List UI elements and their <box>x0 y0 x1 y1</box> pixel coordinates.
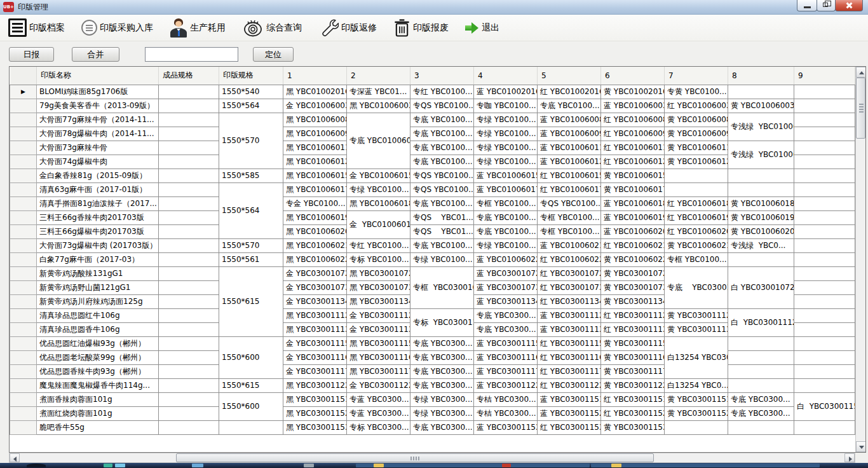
cell[interactable] <box>794 224 855 238</box>
scroll-down-button[interactable] <box>856 441 866 452</box>
cell[interactable]: 黑 YBC01006018 <box>347 196 410 210</box>
row-selector[interactable] <box>10 113 37 127</box>
cell[interactable]: 专标 YBC03001112 <box>410 308 474 336</box>
cell[interactable] <box>794 196 855 210</box>
cell[interactable]: 黄 YBC03001134 <box>601 294 665 308</box>
cell[interactable]: 白 YBC03001151 <box>794 392 855 420</box>
plate-name-cell[interactable]: 三料王66g爆椒牛肉201703版 <box>37 224 159 238</box>
row-selector[interactable] <box>10 420 37 434</box>
cell[interactable]: 红 YBC01006015 <box>538 169 601 182</box>
cell[interactable]: 黑 YBC03001073 <box>347 280 410 294</box>
row-selector[interactable] <box>10 308 37 322</box>
cell[interactable]: 红 YBC01006020 <box>665 224 728 238</box>
cell[interactable]: 红 YBC03001122 <box>538 378 601 392</box>
cell[interactable]: 黑 YBC03001151 <box>283 392 347 406</box>
cell[interactable]: 红 YBC01006011 <box>601 141 665 155</box>
cell[interactable]: 黑 YBC03001134 <box>347 294 410 308</box>
plate-name-cell[interactable]: 大骨面78g爆椒牛肉（2014-11... <box>37 127 159 141</box>
cell[interactable]: 专QS YBC0100... <box>410 182 474 196</box>
cell[interactable]: 1550*600 <box>219 392 283 420</box>
cell[interactable]: 蓝 YBC01006021 <box>538 238 601 252</box>
cell[interactable]: 专金 YBC0100... <box>283 196 347 210</box>
cell[interactable]: 黑 YBC03001112 <box>283 308 347 322</box>
taskbar-icon[interactable] <box>502 464 511 467</box>
plate-name-cell[interactable]: 优品思圆红油爆椒93g（郴州） <box>37 336 159 350</box>
cell[interactable]: 红 YBC03001117 <box>538 364 601 378</box>
cell[interactable] <box>794 127 855 141</box>
cell[interactable]: 专绿 YBC0100... <box>474 127 538 141</box>
cell[interactable] <box>159 266 219 280</box>
cell[interactable] <box>159 113 219 127</box>
minimize-button[interactable] <box>797 0 817 11</box>
cell[interactable]: 红 YBC01006018 <box>665 196 728 210</box>
row-selector[interactable] <box>10 350 37 364</box>
cell[interactable]: 专绿 YBC0100... <box>474 238 538 252</box>
cell[interactable]: 黑 YBC01006015 <box>283 169 347 182</box>
cell[interactable]: 专底 YBC0100... <box>410 141 474 155</box>
cell[interactable]: 专底 YBC0100... <box>474 210 538 224</box>
cell[interactable] <box>159 364 219 378</box>
cell[interactable]: 1550*570 <box>219 113 283 169</box>
cell[interactable]: 金 YBC01006003 <box>283 99 347 113</box>
cell[interactable] <box>794 113 855 127</box>
cell[interactable] <box>728 336 794 350</box>
cell[interactable]: 专底 YBC0100... <box>410 113 474 127</box>
merge-button[interactable]: 合并 <box>72 47 119 62</box>
cell[interactable] <box>728 182 794 196</box>
cell[interactable]: 红 YBC03001112 <box>601 308 665 322</box>
plate-name-cell[interactable]: 大骨面77g麻辣牛骨（2014-11... <box>37 113 159 127</box>
restore-button[interactable] <box>817 0 836 11</box>
cell[interactable]: 金 YBC03001122 <box>347 378 410 392</box>
taskbar-window-button[interactable] <box>591 464 820 467</box>
scroll-left-button[interactable] <box>10 453 20 462</box>
plate-name-cell[interactable]: 大骨面73g爆椒牛肉 (201703版） <box>37 238 159 252</box>
cell[interactable] <box>159 392 219 406</box>
cell[interactable]: 1550*561 <box>219 252 283 266</box>
plate-name-cell[interactable]: 金白象香辣81g（2015-09版） <box>37 169 159 182</box>
cell[interactable]: 黄 YBC01006008 <box>665 113 728 127</box>
cell[interactable]: 金 YBC03001116 <box>283 350 347 364</box>
cell[interactable]: 专QS YBC01... <box>410 210 474 224</box>
cell[interactable]: 金 YBC03001115 <box>283 336 347 350</box>
row-selector-header[interactable] <box>10 67 37 85</box>
cell[interactable]: 黑 YBC01006020 <box>283 224 347 238</box>
row-selector[interactable] <box>10 252 37 266</box>
vertical-scrollbar[interactable] <box>855 67 865 452</box>
row-selector[interactable] <box>10 224 37 238</box>
cell[interactable]: 专浅绿 YBC01006 <box>728 141 794 169</box>
column-header[interactable]: 印版规格 <box>219 67 283 85</box>
cell[interactable]: 黄 YBC03001112 <box>665 308 728 322</box>
column-header[interactable]: 7 <box>665 67 728 85</box>
cell[interactable] <box>728 364 794 378</box>
row-selector[interactable] <box>10 210 37 224</box>
cell[interactable]: 蓝 YBC03001116 <box>474 350 538 364</box>
column-header[interactable]: 8 <box>728 67 794 85</box>
cell[interactable] <box>159 406 219 420</box>
cell[interactable]: 专标 YBC0100... <box>347 252 410 266</box>
cell[interactable]: 专咖 YBC0100... <box>474 99 538 113</box>
cell[interactable] <box>159 141 219 155</box>
plate-name-cell[interactable]: 魔鬼辣面魔鬼椒爆香牛肉114g... <box>37 378 159 392</box>
cell[interactable] <box>159 252 219 266</box>
cell[interactable]: 蓝 YBC01006022 <box>474 252 538 266</box>
cell[interactable]: 专红 YBC0100... <box>410 85 474 99</box>
cell[interactable] <box>794 280 855 294</box>
cell[interactable]: 黄 YBC01006015 <box>601 169 665 182</box>
cell[interactable]: 专绿 YBC0300... <box>410 392 474 406</box>
cell[interactable]: 红 YBC03001115 <box>538 336 601 350</box>
cell[interactable] <box>728 252 794 266</box>
cell[interactable]: 黄 YBC01006018 <box>728 196 794 210</box>
cell[interactable] <box>794 294 855 308</box>
cell[interactable]: 蓝 YBC03001115 <box>474 336 538 350</box>
cell[interactable]: 专底 YBC0300... <box>410 350 474 364</box>
plate-name-cell[interactable]: 新黄帝鸡汤酸辣131gG1 <box>37 266 159 280</box>
cell[interactable] <box>794 85 855 99</box>
cell[interactable]: 金 YBC01006019 <box>347 210 410 238</box>
toolbar-item-plate-scrap[interactable]: 印版报废 <box>393 18 449 38</box>
cell[interactable]: 专底 YBC0300... <box>410 364 474 378</box>
cell[interactable]: 红 YBC01006003 <box>665 99 728 113</box>
cell[interactable]: 黄 YBC03001153 <box>601 420 665 434</box>
row-selector[interactable] <box>10 322 37 336</box>
cell[interactable]: 专桔 YBC0300... <box>474 392 538 406</box>
cell[interactable]: 专QS YBC0100... <box>410 169 474 182</box>
